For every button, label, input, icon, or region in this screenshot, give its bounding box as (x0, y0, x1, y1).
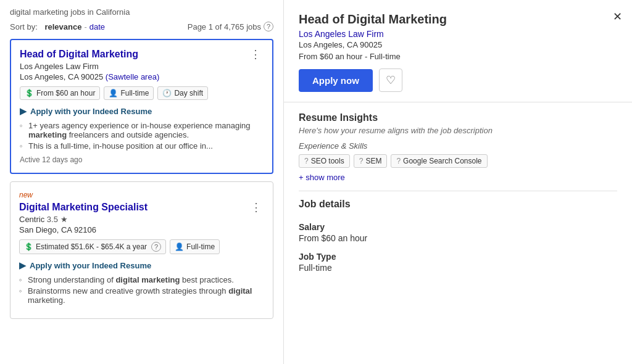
job-title-2[interactable]: Digital Marketing Specialist (19, 202, 148, 213)
job-details-title: Job details (299, 199, 617, 210)
divider-1 (299, 191, 617, 191)
badges-1: 💲 From $60 an hour 👤 Full-time 🕐 Day shi… (20, 86, 264, 100)
salary-help-icon-2[interactable]: ? (151, 242, 161, 252)
skill-gsc: ? Google Search Console (391, 154, 487, 168)
badge-shift-1: 🕐 Day shift (157, 86, 208, 100)
apply-indeed-2[interactable]: ▶ Apply with your Indeed Resume (19, 260, 264, 270)
badge-jobtype-2: 👤 Full-time (170, 239, 220, 254)
sort-options: Sort by: relevance - date (10, 22, 105, 31)
bullet-1-1: 1+ years agency experience or in-house e… (20, 121, 264, 139)
page-info-text: Page 1 of 4,765 jobs (188, 22, 261, 31)
skill-q-1: ? (304, 157, 309, 165)
jobtype-icon: 👤 (109, 89, 118, 97)
shift-icon: 🕐 (162, 89, 172, 97)
detail-company[interactable]: Los Angeles Law Firm (299, 29, 617, 39)
sort-bar: Sort by: relevance - date Page 1 of 4,76… (10, 22, 273, 31)
badge-salary-2: 💲 Estimated $51.6K - $65.4K a year ? (19, 239, 166, 254)
active-label-1: Active 12 days ago (20, 155, 264, 164)
close-button[interactable]: ✕ (613, 10, 622, 23)
resume-insights-subtitle: Here's how your resume aligns with the j… (299, 126, 617, 135)
card-header-2: Digital Marketing Specialist ⋮ (19, 202, 264, 215)
right-panel: ✕ Head of Digital Marketing Los Angeles … (284, 0, 632, 364)
jobtype-field-value: Full-time (299, 263, 617, 273)
more-options-1[interactable]: ⋮ (247, 49, 264, 60)
more-options-2[interactable]: ⋮ (248, 202, 264, 213)
jobtype-icon-2: 👤 (175, 242, 184, 251)
location-2: San Diego, CA 92106 (19, 225, 264, 234)
main-layout: digital marketing jobs in California Sor… (0, 0, 632, 364)
salary-icon: 💲 (25, 89, 34, 97)
badges-2: 💲 Estimated $51.6K - $65.4K a year ? 👤 F… (19, 239, 264, 254)
left-panel: digital marketing jobs in California Sor… (0, 0, 284, 364)
page-info: Page 1 of 4,765 jobs ? (188, 22, 273, 31)
job-details-section: Job details Salary From $60 an hour Job … (299, 199, 617, 273)
jobtype-field: Job Type Full-time (299, 252, 617, 273)
detail-salary: From $60 an hour - Full-time (299, 52, 617, 61)
new-badge-2: new (19, 191, 264, 199)
jobtype-field-label: Job Type (299, 252, 617, 262)
apply-arrow-2: ▶ (19, 260, 26, 270)
apply-indeed-1[interactable]: ▶ Apply with your Indeed Resume (20, 106, 264, 116)
detail-title: Head of Digital Marketing (299, 12, 617, 27)
salary-icon-2: 💲 (24, 242, 33, 251)
card-header-1: Head of Digital Marketing ⋮ (20, 49, 264, 62)
show-more-skills[interactable]: + show more (299, 173, 617, 182)
salary-field-label: Salary (299, 222, 617, 232)
skill-tags: ? SEO tools ? SEM ? Google Search Consol… (299, 154, 617, 168)
location-1: Los Angeles, CA 90025 (Sawtelle area) (20, 72, 264, 81)
sort-label: Sort by: (10, 22, 38, 31)
bullet-list-2: Strong understanding of digital marketin… (19, 275, 264, 305)
skill-seo: ? SEO tools (299, 154, 350, 168)
rating-2: 3.5 ★ (47, 215, 68, 224)
skills-label: Experience & Skills (299, 141, 617, 151)
company-2: Centric 3.5 ★ (19, 215, 264, 224)
job-card-2[interactable]: new Digital Marketing Specialist ⋮ Centr… (10, 181, 273, 319)
resume-insights-section: Resume Insights Here's how your resume a… (299, 112, 617, 182)
detail-header: ✕ Head of Digital Marketing Los Angeles … (284, 0, 632, 102)
skill-q-2: ? (359, 157, 364, 165)
bullet-list-1: 1+ years agency experience or in-house e… (20, 121, 264, 151)
help-icon[interactable]: ? (264, 22, 273, 31)
sort-separator: - (84, 22, 86, 31)
sort-relevance[interactable]: relevance (44, 22, 81, 31)
bullet-2-2: Brainstorms new and creative growth stra… (19, 286, 264, 305)
salary-field-value: From $60 an hour (299, 233, 617, 243)
skill-sem: ? SEM (354, 154, 388, 168)
job-card-1[interactable]: Head of Digital Marketing ⋮ Los Angeles … (10, 39, 273, 174)
save-job-button[interactable]: ♡ (379, 68, 402, 92)
badge-salary-1: 💲 From $60 an hour (20, 86, 100, 100)
bullet-1-2: This is a full-time, in-house position a… (20, 141, 264, 151)
detail-location: Los Angeles, CA 90025 (299, 40, 617, 49)
apply-now-button[interactable]: Apply now (299, 69, 373, 92)
search-title: digital marketing jobs in California (10, 7, 273, 17)
skill-q-3: ? (396, 157, 401, 165)
badge-jobtype-1: 👤 Full-time (104, 86, 154, 100)
detail-body: Resume Insights Here's how your resume a… (284, 102, 632, 364)
resume-insights-title: Resume Insights (299, 112, 617, 123)
action-buttons: Apply now ♡ (299, 68, 617, 92)
sort-date[interactable]: date (89, 22, 105, 31)
salary-field: Salary From $60 an hour (299, 222, 617, 243)
bullet-2-1: Strong understanding of digital marketin… (19, 275, 264, 284)
company-1: Los Angeles Law Firm (20, 62, 264, 71)
apply-arrow-1: ▶ (20, 106, 27, 116)
location-area-1: (Sawtelle area) (106, 72, 159, 81)
job-title-1[interactable]: Head of Digital Marketing (20, 49, 138, 60)
